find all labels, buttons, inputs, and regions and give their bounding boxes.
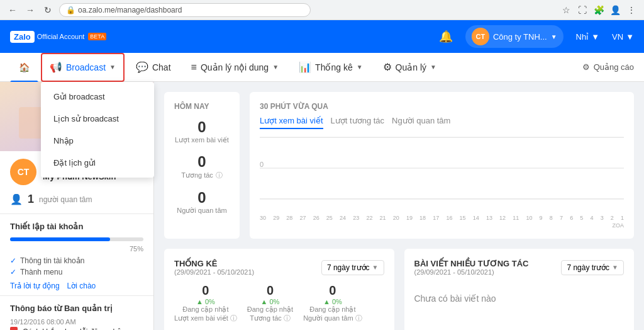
forward-button[interactable]: → (24, 4, 36, 16)
beta-badge: BETA (88, 33, 106, 40)
broadcast-nav-wrapper: 📢 Broadcast ▼ Gửi broadcast Lịch sử broa… (41, 53, 125, 82)
progress-bar-container (10, 237, 143, 241)
profile-icon[interactable]: 👤 (609, 4, 621, 16)
secondary-nav: 🏠 📢 Broadcast ▼ Gửi broadcast Lịch sử br… (0, 53, 644, 82)
stats-nav-item[interactable]: 📊 Thống kê ▼ (290, 53, 372, 82)
thong-ke-dropdown[interactable]: 7 ngày trước ▼ (321, 260, 384, 275)
stat-interactions: 0 Tương tác ⓘ (174, 153, 230, 180)
thong-ke-header: THỐNG KÊ (29/09/2021 - 05/10/2021) 7 ngà… (174, 259, 384, 276)
official-account-text: Official Account (37, 33, 85, 40)
stat-interactions-value: 0 (174, 153, 230, 171)
check-item-thanh-menu: ✓ Thành menu (10, 268, 143, 276)
dropdown-item-dat-lich[interactable]: Đặt lịch gửi (41, 152, 154, 174)
stat-box-interactions: 0 ▲ 0% Đang cập nhật Tương tác ⓘ (247, 283, 293, 323)
progress-percent: 75% (10, 245, 143, 253)
bottom-row: THỐNG KÊ (29/09/2021 - 05/10/2021) 7 ngà… (164, 249, 634, 330)
star-icon[interactable]: ☆ (560, 4, 572, 16)
check-label-1: Thông tin tài khoản (20, 256, 84, 265)
refresh-button[interactable]: ↻ (42, 4, 54, 16)
dashboard-content: HÔM NAY 0 Lượt xem bài viết 0 Tương tác … (154, 82, 644, 330)
content-label: Quản lý nội dung (201, 62, 269, 72)
chat-icon: 💬 (136, 61, 148, 73)
bai-viet-title: BÀI VIẾT NHIỀU TƯƠNG TÁC (414, 259, 529, 268)
account-avatar: CT (472, 28, 489, 45)
stat-interactions-label: Tương tác ⓘ (174, 171, 230, 180)
chart-area: 0 (260, 137, 624, 212)
stat-followers: 0 Người quan tâm (174, 189, 230, 215)
progress-bar-fill (10, 237, 110, 241)
interactions2-info-icon[interactable]: ⓘ (284, 314, 291, 323)
profile-avatar: CT (10, 159, 36, 185)
greeting-link[interactable]: Lời chào (67, 282, 96, 290)
admin-time-1: 19/12/2016 08:00 AM (10, 318, 143, 326)
followers2-info-icon[interactable]: ⓘ (355, 314, 362, 323)
manage-nav-item[interactable]: ⚙ Quản lý ▼ (374, 53, 445, 82)
stats-label: Thống kê (315, 62, 353, 72)
thong-ke-stats: 0 ▲ 0% Đang cập nhật Lượt xem bài viết ⓘ… (174, 283, 384, 323)
chart-tab-views[interactable]: Lượt xem bài viết (260, 116, 323, 129)
interactions-info-icon[interactable]: ⓘ (216, 171, 223, 180)
quang-cao-link[interactable]: ⚙ Quảng cáo (582, 62, 634, 72)
bai-viet-select-arrow: ▼ (612, 264, 618, 271)
setup-section: Thiết lập tài khoản 75% ✓ Thông tin tài … (0, 214, 153, 295)
chat-nav-item[interactable]: 💬 Chat (127, 53, 180, 82)
home-icon: 🏠 (19, 62, 30, 72)
manage-icon: ⚙ (383, 61, 392, 73)
fullscreen-icon[interactable]: ⛶ (576, 4, 589, 16)
no-posts-text: Chưa có bài viết nào (414, 283, 625, 314)
stat-views: 0 Lượt xem bài viết (174, 118, 230, 144)
today-stats-card: HÔM NAY 0 Lượt xem bài viết 0 Tương tác … (164, 92, 240, 239)
zalo-wordmark: Zalo (10, 31, 35, 43)
home-nav-item[interactable]: 🏠 (10, 53, 38, 82)
user-arrow-icon: ▼ (591, 32, 599, 42)
views-info-icon[interactable]: ⓘ (230, 314, 237, 323)
auto-reply-link[interactable]: Trả lời tự động (10, 282, 60, 290)
stat-box-followers-value: 0 (303, 283, 362, 298)
dropdown-item-gui[interactable]: Gửi broadcast (41, 86, 154, 108)
dropdown-item-lich-su[interactable]: Lịch sử broadcast (41, 108, 154, 130)
thong-ke-dropdown-label: 7 ngày trước (327, 263, 370, 272)
address-text: oa.zalo.me/manage/dashboard (78, 6, 182, 14)
stats-icon: 📊 (299, 61, 311, 73)
ext-icon[interactable]: 🧩 (592, 4, 605, 16)
thong-ke-subtitle: (29/09/2021 - 05/10/2021) (174, 268, 254, 276)
chart-tab-interactions[interactable]: Lượt tương tác (331, 116, 384, 129)
sidebar-followers: 👤 1 người quan tâm (0, 190, 153, 214)
lang-arrow-icon: ▼ (626, 32, 634, 42)
chart-svg (260, 137, 624, 200)
stat-box-interactions-label: Đang cập nhật (247, 305, 293, 314)
broadcast-arrow-icon: ▼ (109, 64, 116, 71)
checklist: ✓ Thông tin tài khoản ✓ Thành menu (10, 256, 143, 276)
stat-followers-value: 0 (174, 189, 230, 207)
content-nav-item[interactable]: ≡ Quản lý nội dung ▼ (182, 53, 288, 82)
stat-box-views-value: 0 (174, 283, 237, 298)
account-switcher[interactable]: CT Công ty TNH... ▼ (465, 25, 564, 48)
broadcast-label: Broadcast (66, 62, 106, 72)
chart-zero-label: 0 (260, 161, 264, 168)
dropdown-item-nhap[interactable]: Nhập (41, 130, 154, 152)
bai-viet-subtitle: (29/09/2021 - 05/10/2021) (414, 268, 529, 276)
content-arrow-icon: ▼ (272, 64, 279, 71)
chart-bottom-label: ZOA (260, 222, 624, 229)
admin-badge-1: ZN (10, 327, 18, 330)
language-menu[interactable]: VN ▼ (612, 32, 634, 42)
address-bar[interactable]: 🔒 oa.zalo.me/manage/dashboard (59, 3, 311, 17)
stat-box-views: 0 ▲ 0% Đang cập nhật Lượt xem bài viết ⓘ (174, 283, 237, 323)
app-header: Zalo Official Account BETA 🔔 CT Công ty … (0, 20, 644, 53)
user-menu[interactable]: Nhỉ ▼ (576, 32, 600, 42)
broadcast-nav-item[interactable]: 📢 Broadcast ▼ (41, 53, 125, 82)
bai-viet-card: BÀI VIẾT NHIỀU TƯƠNG TÁC (29/09/2021 - 0… (404, 249, 635, 330)
stat-box-views-label: Đang cập nhật (174, 305, 237, 314)
chart-label: 30 PHÚT VỪA QUA (260, 102, 624, 111)
bai-viet-dropdown[interactable]: 7 ngày trước ▼ (561, 260, 624, 275)
lang-label: VN (612, 32, 623, 42)
admin-text-1[interactable]: Cách khắc phục lỗi đăng nhập không được … (23, 327, 143, 330)
notification-bell[interactable]: 🔔 (439, 30, 453, 43)
back-button[interactable]: ← (6, 4, 19, 16)
stat-views-value: 0 (174, 118, 230, 136)
chart-tab-followers[interactable]: Người quan tâm (392, 116, 450, 129)
stat-box-followers-label: Đang cập nhật (303, 305, 362, 314)
thong-ke-card: THỐNG KÊ (29/09/2021 - 05/10/2021) 7 ngà… (164, 249, 394, 330)
chart-tabs: Lượt xem bài viết Lượt tương tác Người q… (260, 116, 624, 129)
menu-dots-icon[interactable]: ⋮ (625, 4, 638, 16)
